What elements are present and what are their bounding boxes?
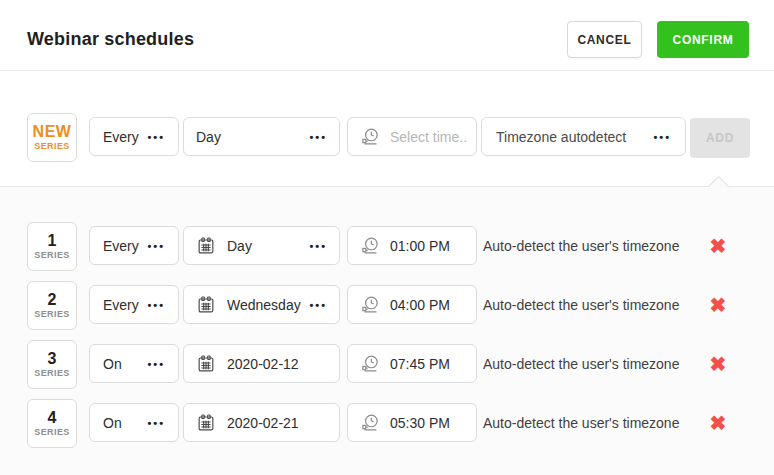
calendar-icon bbox=[196, 354, 216, 374]
ellipsis-icon: ••• bbox=[147, 358, 165, 370]
ellipsis-icon: ••• bbox=[147, 131, 165, 143]
ellipsis-icon: ••• bbox=[309, 240, 327, 252]
series-number-badge: 1 SERIES bbox=[27, 222, 77, 271]
timezone-text: Auto-detect the user's timezone bbox=[483, 340, 679, 388]
frequency-value: Every bbox=[103, 238, 139, 254]
calendar-icon bbox=[196, 236, 216, 256]
delete-icon[interactable]: ✖ bbox=[704, 281, 732, 329]
frequency-value: On bbox=[103, 356, 122, 372]
timezone-text: Auto-detect the user's timezone bbox=[483, 281, 679, 329]
frequency-dropdown[interactable]: Every ••• bbox=[89, 285, 179, 324]
time-value: 05:30 PM bbox=[390, 415, 450, 431]
series-number: 2 bbox=[48, 292, 57, 308]
time-picker[interactable]: 05:30 PM bbox=[347, 403, 477, 442]
series-row: 2 SERIES Every ••• Wednesday ••• bbox=[0, 281, 774, 331]
series-row: 4 SERIES On ••• 2020-02-21 bbox=[0, 399, 774, 449]
time-value: 01:00 PM bbox=[390, 238, 450, 254]
day-dropdown[interactable]: Wednesday ••• bbox=[183, 285, 340, 324]
time-picker[interactable]: 04:00 PM bbox=[347, 285, 477, 324]
series-number-badge: 3 SERIES bbox=[27, 340, 77, 389]
series-number: 1 bbox=[48, 233, 57, 249]
timezone-value: Timezone autodetect bbox=[496, 129, 626, 145]
frequency-value: On bbox=[103, 415, 122, 431]
ellipsis-icon: ••• bbox=[147, 299, 165, 311]
page-title: Webinar schedules bbox=[27, 29, 194, 50]
series-number-badge: 4 SERIES bbox=[27, 399, 77, 448]
webinar-schedules-dialog: Webinar schedules CANCEL CONFIRM NEW SER… bbox=[0, 0, 774, 475]
dialog-header: Webinar schedules CANCEL CONFIRM bbox=[0, 0, 774, 71]
ellipsis-icon: ••• bbox=[147, 417, 165, 429]
timezone-text: Auto-detect the user's timezone bbox=[483, 399, 679, 447]
ellipsis-icon: ••• bbox=[653, 131, 671, 143]
time-placeholder: Select time.. bbox=[390, 129, 467, 145]
day-dropdown[interactable]: Day ••• bbox=[183, 117, 340, 156]
series-list-section: 1 SERIES Every ••• Day ••• bbox=[0, 186, 774, 475]
date-picker[interactable]: 2020-02-21 bbox=[183, 403, 340, 442]
ellipsis-icon: ••• bbox=[309, 131, 327, 143]
series-number: 4 bbox=[48, 410, 57, 426]
frequency-dropdown[interactable]: On ••• bbox=[89, 344, 179, 383]
add-button[interactable]: ADD bbox=[690, 118, 750, 158]
clock-icon bbox=[359, 126, 381, 148]
time-picker[interactable]: 07:45 PM bbox=[347, 344, 477, 383]
frequency-dropdown[interactable]: Every ••• bbox=[89, 117, 179, 156]
time-value: 04:00 PM bbox=[390, 297, 450, 313]
series-number-badge: 2 SERIES bbox=[27, 281, 77, 330]
day-value: Day bbox=[227, 238, 252, 254]
series-row: 3 SERIES On ••• 2020-02-12 bbox=[0, 340, 774, 390]
confirm-button[interactable]: CONFIRM bbox=[657, 21, 749, 58]
date-picker[interactable]: 2020-02-12 bbox=[183, 344, 340, 383]
day-value: Day bbox=[196, 129, 221, 145]
calendar-icon bbox=[196, 295, 216, 315]
series-label: SERIES bbox=[34, 427, 69, 437]
series-label: SERIES bbox=[34, 368, 69, 378]
series-label: SERIES bbox=[34, 309, 69, 319]
time-picker[interactable]: 01:00 PM bbox=[347, 226, 477, 265]
delete-icon[interactable]: ✖ bbox=[704, 222, 732, 270]
time-picker[interactable]: Select time.. bbox=[347, 117, 477, 156]
delete-icon[interactable]: ✖ bbox=[704, 399, 732, 447]
new-series-section: NEW SERIES Every ••• Day ••• bbox=[0, 71, 774, 186]
ellipsis-icon: ••• bbox=[147, 240, 165, 252]
series-number: 3 bbox=[48, 351, 57, 367]
timezone-dropdown[interactable]: Timezone autodetect ••• bbox=[481, 117, 686, 156]
cancel-button[interactable]: CANCEL bbox=[567, 21, 642, 58]
new-series-badge-subtitle: SERIES bbox=[34, 141, 69, 151]
clock-icon bbox=[359, 235, 381, 257]
timezone-text: Auto-detect the user's timezone bbox=[483, 222, 679, 270]
clock-icon bbox=[359, 353, 381, 375]
frequency-value: Every bbox=[103, 297, 139, 313]
clock-icon bbox=[359, 294, 381, 316]
series-row: 1 SERIES Every ••• Day ••• bbox=[0, 222, 774, 272]
date-value: 2020-02-12 bbox=[227, 356, 299, 372]
new-series-badge: NEW SERIES bbox=[27, 113, 77, 162]
series-label: SERIES bbox=[34, 250, 69, 260]
new-series-badge-title: NEW bbox=[33, 124, 72, 140]
frequency-dropdown[interactable]: Every ••• bbox=[89, 226, 179, 265]
day-dropdown[interactable]: Day ••• bbox=[183, 226, 340, 265]
clock-icon bbox=[359, 412, 381, 434]
day-value: Wednesday bbox=[227, 297, 301, 313]
calendar-icon bbox=[196, 413, 216, 433]
delete-icon[interactable]: ✖ bbox=[704, 340, 732, 388]
new-series-row: NEW SERIES Every ••• Day ••• bbox=[0, 113, 774, 163]
date-value: 2020-02-21 bbox=[227, 415, 299, 431]
frequency-value: Every bbox=[103, 129, 139, 145]
ellipsis-icon: ••• bbox=[309, 299, 327, 311]
frequency-dropdown[interactable]: On ••• bbox=[89, 403, 179, 442]
time-value: 07:45 PM bbox=[390, 356, 450, 372]
